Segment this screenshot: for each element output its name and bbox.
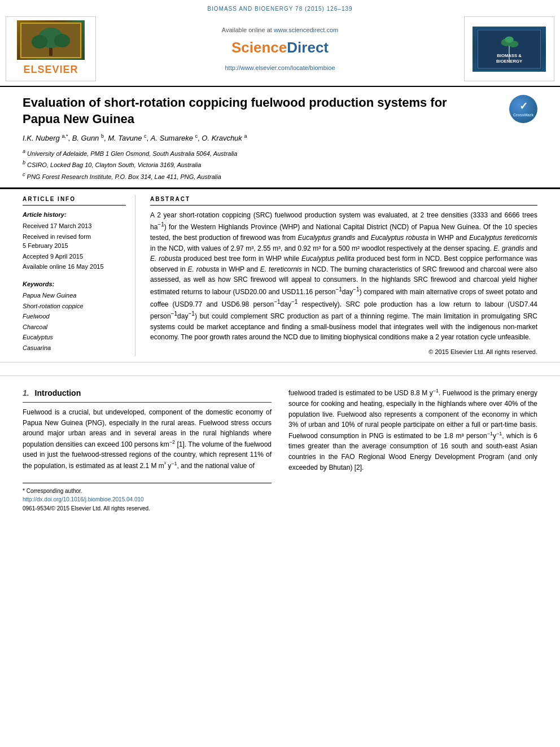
sciencedirect-url[interactable]: www.sciencedirect.com — [274, 27, 338, 33]
svg-point-4 — [54, 34, 70, 47]
abstract-text: A 2 year short-rotation coppicing (SRC) … — [150, 210, 537, 343]
keyword-6: Casuarina — [23, 343, 126, 353]
article-info-heading: ARTICLE INFO — [23, 195, 126, 206]
article-info-col: ARTICLE INFO Article history: Received 1… — [23, 195, 135, 357]
divider — [0, 362, 560, 376]
affiliation-c: c PNG Forest Research Institute, P.O. Bo… — [23, 171, 537, 182]
svg-text:BIOENERGY: BIOENERGY — [496, 59, 522, 64]
journal-logo-box: BIOMASS & BIOENERGY — [464, 16, 554, 81]
received-date: Received 17 March 2013 — [23, 221, 126, 231]
svg-point-11 — [505, 36, 513, 43]
main-content: 1. Introduction Fuelwood is a crucial, b… — [0, 376, 560, 524]
svg-text:BIOMASS &: BIOMASS & — [497, 53, 522, 58]
article-body: ARTICLE INFO Article history: Received 1… — [0, 189, 560, 363]
journal-logo-img: BIOMASS & BIOENERGY — [473, 27, 546, 72]
center-header: Available online at www.sciencedirect.co… — [96, 16, 464, 81]
journal-top-bar: BIOMASS AND BIOENERGY 78 (2015) 126–139 — [0, 5, 560, 13]
revised-date: Received in revised form5 February 2015 — [23, 232, 126, 251]
corresponding-note: * Corresponding author. — [23, 487, 272, 496]
footnote-area: * Corresponding author. http://dx.doi.or… — [23, 483, 272, 513]
section-title-text: Introduction — [35, 388, 81, 397]
paper-title: Evaluation of short-rotation coppicing f… — [23, 95, 485, 127]
paper-title-row: Evaluation of short-rotation coppicing f… — [23, 95, 537, 127]
intro-right-col: fuelwood traded is estimated to be USD 8… — [288, 387, 537, 513]
affiliation-a: a University of Adelaide, PMB 1 Glen Osm… — [23, 147, 537, 159]
available-online-text: Available online at www.sciencedirect.co… — [222, 25, 338, 35]
article-history: Article history: Received 17 March 2013 … — [23, 210, 126, 272]
affiliations: a University of Adelaide, PMB 1 Glen Osm… — [23, 147, 537, 182]
keywords-section: Keywords: Papua New Guinea Short-rotatio… — [23, 279, 126, 353]
paper-header: Evaluation of short-rotation coppicing f… — [0, 87, 560, 189]
abstract-col: ABSTRACT A 2 year short-rotation coppici… — [147, 195, 537, 357]
history-label: Article history: — [23, 210, 126, 220]
affiliation-b: b CSIRO, Locked Bag 10, Clayton South, V… — [23, 159, 537, 170]
sciencedirect-logo: ScienceDirect — [231, 37, 329, 59]
intro-paragraph-col2: fuelwood traded is estimated to be USD 8… — [288, 387, 537, 473]
section-number: 1. — [23, 388, 29, 397]
keywords-label: Keywords: — [23, 279, 126, 289]
doi-link[interactable]: http://dx.doi.org/10.1016/j.biombioe.201… — [23, 495, 272, 504]
intro-section-title: 1. Introduction — [23, 387, 272, 403]
elsevier-url[interactable]: http://www.elsevier.com/locate/biombioe — [225, 63, 335, 73]
intro-left-col: 1. Introduction Fuelwood is a crucial, b… — [23, 387, 272, 513]
elsevier-label: ELSEVIER — [23, 62, 78, 77]
keyword-4: Charcoal — [23, 322, 126, 332]
available-online-date: Available online 16 May 2015 — [23, 262, 126, 272]
header-logos-row: ELSEVIER Available online at www.science… — [0, 16, 560, 86]
issn-note: 0961-9534/© 2015 Elsevier Ltd. All right… — [23, 504, 272, 513]
keyword-3: Fuelwood — [23, 312, 126, 321]
journal-title-bar: BIOMASS AND BIOENERGY 78 (2015) 126–139 — [207, 6, 352, 12]
copyright-line: © 2015 Elsevier Ltd. All rights reserved… — [150, 347, 537, 357]
keyword-2: Short-rotation coppice — [23, 302, 126, 311]
keyword-1: Papua New Guinea — [23, 291, 126, 300]
intro-paragraph-col1: Fuelwood is a crucial, but undeveloped, … — [23, 407, 272, 471]
svg-point-3 — [32, 35, 47, 49]
accepted-date: Accepted 9 April 2015 — [23, 252, 126, 261]
authors-line: I.K. Nuberg a,*, B. Gunn b, M. Tavune c,… — [23, 133, 537, 144]
journal-header: BIOMASS AND BIOENERGY 78 (2015) 126–139 … — [0, 0, 560, 87]
elsevier-logo-box: ELSEVIER — [6, 16, 96, 81]
crossmark-logo: ✓ CrossMark — [509, 95, 537, 123]
abstract-heading: ABSTRACT — [150, 195, 537, 206]
elsevier-tree-icon — [17, 20, 85, 60]
keyword-5: Eucalyptus — [23, 333, 126, 342]
